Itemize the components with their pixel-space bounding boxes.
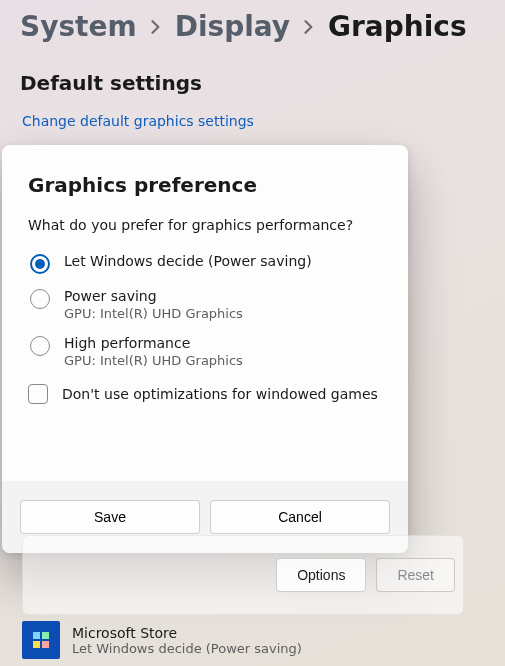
breadcrumb-item-system[interactable]: System <box>20 10 137 43</box>
radio-icon <box>30 336 50 356</box>
app-settings-card: Options Reset <box>22 535 464 615</box>
chevron-right-icon <box>151 20 161 34</box>
radio-label: High performance <box>64 335 243 351</box>
dialog-title: Graphics preference <box>28 173 382 197</box>
checkbox-label: Don't use optimizations for windowed gam… <box>62 386 378 402</box>
app-row-microsoft-store[interactable]: Microsoft Store Let Windows decide (Powe… <box>22 621 302 659</box>
change-default-graphics-link[interactable]: Change default graphics settings <box>0 99 254 129</box>
reset-button[interactable]: Reset <box>376 558 455 592</box>
radio-label: Let Windows decide (Power saving) <box>64 253 312 269</box>
app-name: Microsoft Store <box>72 625 302 641</box>
checkbox-icon <box>28 384 48 404</box>
chevron-right-icon <box>304 20 314 34</box>
app-preference: Let Windows decide (Power saving) <box>72 641 302 656</box>
microsoft-store-icon <box>22 621 60 659</box>
radio-hint: GPU: Intel(R) UHD Graphics <box>64 353 243 368</box>
options-button[interactable]: Options <box>276 558 366 592</box>
radio-option-power-saving[interactable]: Power saving GPU: Intel(R) UHD Graphics <box>28 286 382 323</box>
radio-icon <box>30 254 50 274</box>
radio-option-high-performance[interactable]: High performance GPU: Intel(R) UHD Graph… <box>28 333 382 370</box>
section-title: Default settings <box>0 47 505 99</box>
breadcrumb: System Display Graphics <box>0 0 505 47</box>
breadcrumb-item-graphics: Graphics <box>328 10 467 43</box>
radio-icon <box>30 289 50 309</box>
graphics-preference-dialog: Graphics preference What do you prefer f… <box>2 145 408 553</box>
breadcrumb-item-display[interactable]: Display <box>175 10 290 43</box>
radio-hint: GPU: Intel(R) UHD Graphics <box>64 306 243 321</box>
radio-option-let-windows-decide[interactable]: Let Windows decide (Power saving) <box>28 251 382 276</box>
dialog-subtitle: What do you prefer for graphics performa… <box>28 217 382 233</box>
checkbox-windowed-games[interactable]: Don't use optimizations for windowed gam… <box>28 384 382 404</box>
cancel-button[interactable]: Cancel <box>210 500 390 534</box>
save-button[interactable]: Save <box>20 500 200 534</box>
radio-label: Power saving <box>64 288 243 304</box>
